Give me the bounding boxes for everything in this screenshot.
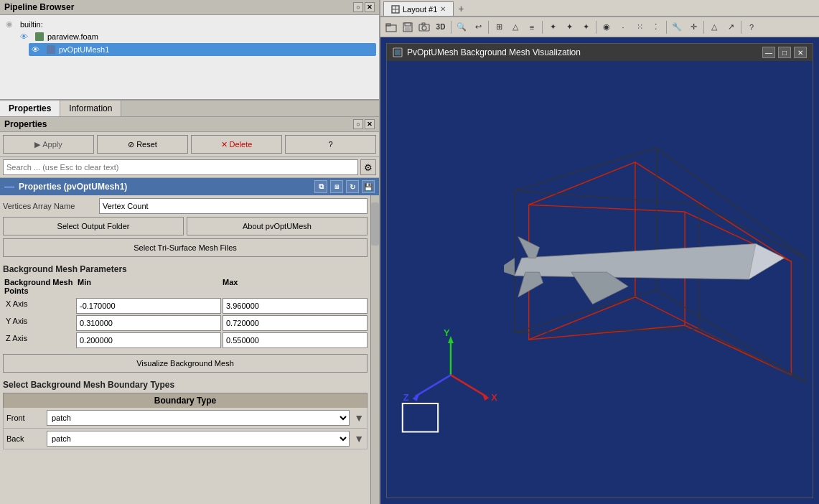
toolbar-btn-circle[interactable]: ◉ <box>599 19 614 35</box>
tree-label-paraview-foam: paraview.foam <box>47 32 98 41</box>
window-minimize-btn[interactable]: — <box>762 47 775 58</box>
delete-button[interactable]: ✕ Delete <box>191 135 282 154</box>
props-subheader: Properties ○ ✕ <box>0 117 379 132</box>
scene-container: Y X Z <box>387 61 813 498</box>
toolbar-btn-scatter2[interactable]: ✦ <box>561 19 577 35</box>
viewport-title-left: PvOptUMesh Background Mesh Visualization <box>393 47 581 57</box>
svg-text:Z: Z <box>403 392 409 403</box>
toolbar-btn-open[interactable] <box>383 19 399 35</box>
search-input[interactable] <box>3 159 358 175</box>
left-panel: Pipeline Browser ○ ✕ ◉ builtin: 👁 <box>0 0 380 504</box>
y-axis-row: Y Axis <box>3 315 368 331</box>
toolbar-btn-crosshair[interactable]: ✛ <box>685 19 701 35</box>
section-title: Properties (pvOptUMesh1) <box>19 182 127 192</box>
boundary-section: Boundary Type Front patch wall symmetry … <box>3 393 368 449</box>
help-button[interactable]: ? <box>285 135 376 154</box>
scroll-thumb <box>371 202 379 246</box>
toolbar-btn-grid[interactable]: ⊞ <box>491 19 507 35</box>
window-close-btn[interactable]: ✕ <box>794 47 807 58</box>
pipeline-browser-minimize[interactable]: ○ <box>353 2 363 12</box>
refresh-icon-btn[interactable]: ↻ <box>346 180 359 193</box>
toolbar-btn-arrow[interactable]: ↗ <box>723 19 739 35</box>
delete-label: Delete <box>230 140 253 149</box>
props-title: Properties <box>4 119 47 129</box>
toolbar-btn-3d[interactable]: 3D <box>433 19 449 35</box>
y-min-input[interactable] <box>76 315 221 331</box>
select-tri-surface-button[interactable]: Select Tri-Surface Mesh Files <box>3 238 368 257</box>
toolbar-btn-points[interactable]: ⁙ <box>632 19 647 35</box>
toolbar-btn-zoom[interactable]: 🔍 <box>454 19 469 35</box>
toolbar-btn-triangle2[interactable]: △ <box>706 19 722 35</box>
svg-text:Y: Y <box>444 327 450 338</box>
boundary-select-front[interactable]: patch wall symmetry <box>47 410 350 426</box>
toolbar-btn-undo[interactable]: ↩ <box>470 19 486 35</box>
reset-icon: ⊘ <box>128 140 134 149</box>
z-axis-label: Z Axis <box>3 332 75 348</box>
layout-tab[interactable]: Layout #1 ✕ <box>383 1 454 16</box>
separator-6 <box>703 21 704 34</box>
svg-text:X: X <box>491 392 497 403</box>
props-scrollbar[interactable] <box>370 195 379 504</box>
toolbar-btn-scatter3[interactable]: ✦ <box>578 19 594 35</box>
boundary-select-back[interactable]: patch wall symmetry <box>47 431 350 447</box>
pipeline-browser-close[interactable]: ✕ <box>365 2 375 12</box>
props-close[interactable]: ✕ <box>365 119 375 129</box>
svg-point-11 <box>422 26 426 30</box>
section-header-icons: ⧉ ⧇ ↻ 💾 <box>314 180 375 193</box>
copy-icon-btn[interactable]: ⧉ <box>314 180 327 193</box>
toolbar-btn-wrench[interactable]: 🔧 <box>669 19 685 35</box>
about-button[interactable]: About pvOptUMesh <box>187 217 368 235</box>
eye-icon-pvoptu: 👁 <box>32 45 43 54</box>
render-toolbar: 3D 🔍 ↩ ⊞ △ ≡ ✦ ✦ ✦ ◉ · ⁙ ⁚ 🔧 ✛ △ ↗ ? <box>380 17 819 37</box>
pipeline-tree: ◉ builtin: 👁 paraview.foam 👁 <box>0 15 379 59</box>
scene-svg: Y X Z <box>387 61 813 498</box>
output-folder-row: Select Output Folder About pvOptUMesh <box>3 217 368 235</box>
select-bg-boundary-title: Select Background Mesh Boundary Types <box>3 380 368 390</box>
save-icon-btn[interactable]: 💾 <box>362 180 375 193</box>
z-max-input[interactable] <box>223 332 368 348</box>
svg-rect-8 <box>405 27 411 31</box>
y-axis-label: Y Axis <box>3 315 75 331</box>
toolbar-btn-triangle[interactable]: △ <box>507 19 523 35</box>
y-max-input[interactable] <box>223 315 368 331</box>
props-content: Vertices Array Name Select Output Folder… <box>0 195 370 504</box>
boundary-type-header: Boundary Type <box>3 393 368 408</box>
toolbar-btn-question[interactable]: ? <box>744 19 759 35</box>
apply-button[interactable]: ▶ Apply <box>3 135 94 154</box>
toolbar-btn-save[interactable] <box>400 19 416 35</box>
tab-information[interactable]: Information <box>60 101 121 116</box>
tree-item-pvoptu[interactable]: 👁 pvOptUMesh1 <box>29 43 376 56</box>
window-maximize-btn[interactable]: □ <box>778 47 791 58</box>
svg-rect-1 <box>47 45 55 54</box>
bg-mesh-grid-header: Background Mesh Points Min Max <box>3 276 368 297</box>
paste-icon-btn[interactable]: ⧇ <box>330 180 343 193</box>
tab-properties[interactable]: Properties <box>0 101 60 116</box>
gear-button[interactable]: ⚙ <box>360 159 376 175</box>
select-output-folder-button[interactable]: Select Output Folder <box>3 217 184 235</box>
separator-5 <box>666 21 667 34</box>
reset-button[interactable]: ⊘ Reset <box>97 135 188 154</box>
layout-tab-close[interactable]: ✕ <box>440 5 446 13</box>
x-min-input[interactable] <box>76 298 221 314</box>
pipeline-browser-title: Pipeline Browser <box>4 2 74 12</box>
visualize-bg-mesh-button[interactable]: Visualize Background Mesh <box>3 354 368 373</box>
boundary-row-front: Front patch wall symmetry ▼ <box>3 408 368 429</box>
props-minimize[interactable]: ○ <box>353 119 363 129</box>
tree-label-pvoptu: pvOptUMesh1 <box>59 45 109 54</box>
section-header: — Properties (pvOptUMesh1) ⧉ ⧇ ↻ 💾 <box>0 178 379 195</box>
tree-item-paraview-foam[interactable]: 👁 paraview.foam <box>17 30 376 43</box>
pvoptu-icon <box>46 45 56 55</box>
toolbar-btn-dot[interactable]: · <box>615 19 631 35</box>
add-tab-button[interactable]: + <box>454 1 468 16</box>
vertices-array-input[interactable] <box>99 198 368 214</box>
toolbar-btn-camera[interactable] <box>416 19 432 35</box>
toolbar-btn-pts2[interactable]: ⁚ <box>648 19 664 35</box>
z-min-input[interactable] <box>76 332 221 348</box>
tree-item-builtin[interactable]: ◉ builtin: <box>3 18 376 30</box>
x-max-input[interactable] <box>223 298 368 314</box>
open-folder-icon <box>385 22 397 32</box>
eye-icon-paraview-foam: 👁 <box>20 32 32 41</box>
toolbar-btn-scatter[interactable]: ✦ <box>545 19 561 35</box>
bg-points-label: Background Mesh Points <box>4 278 76 295</box>
toolbar-btn-lines[interactable]: ≡ <box>524 19 540 35</box>
